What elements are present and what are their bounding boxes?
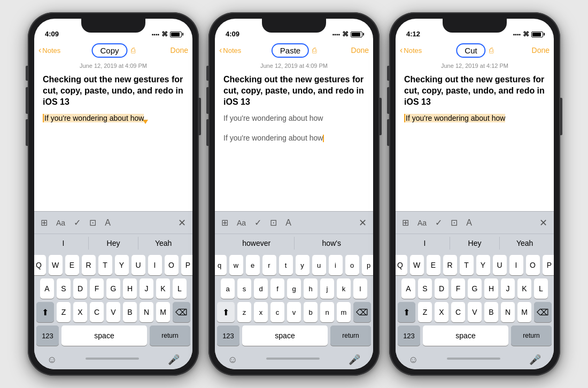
check-icon-3[interactable]: ✓ <box>435 218 442 228</box>
emoji-icon-1[interactable]: ☺ <box>47 354 57 366</box>
key-b[interactable]: b <box>304 302 318 322</box>
mic-icon-3[interactable]: 🎤 <box>529 354 541 366</box>
key-numbers-2[interactable]: 123 <box>217 325 239 346</box>
key-Z[interactable]: Z <box>57 302 71 322</box>
key-p[interactable]: p <box>362 255 374 275</box>
nav-back-2[interactable]: ‹ Notes <box>219 45 241 55</box>
table-icon-1[interactable]: ⊞ <box>41 218 48 228</box>
check-icon-1[interactable]: ✓ <box>74 218 81 228</box>
key-r[interactable]: r <box>262 255 276 275</box>
key-y[interactable]: y <box>296 255 310 275</box>
key-u[interactable]: u <box>312 255 326 275</box>
key-R[interactable]: R <box>82 255 96 275</box>
key-shift[interactable]: ⬆ <box>36 302 54 322</box>
paste-button[interactable]: Paste <box>272 43 309 58</box>
done-button-3[interactable]: Done <box>532 46 550 55</box>
key-B[interactable]: B <box>123 302 137 322</box>
key-H[interactable]: H <box>123 278 137 299</box>
key-shift3[interactable]: ⬆ <box>398 302 415 322</box>
key-a[interactable]: a <box>221 278 235 299</box>
suggestion-3-2[interactable]: Yeah <box>500 237 550 250</box>
key-M[interactable]: M <box>156 302 170 322</box>
key-space-2[interactable]: space <box>242 325 328 346</box>
key-space[interactable]: space <box>61 325 147 346</box>
key-Y3[interactable]: Y <box>476 255 490 275</box>
suggestion-3-1[interactable]: Hey <box>450 237 500 250</box>
camera-icon-3[interactable]: ⊡ <box>451 218 458 228</box>
table-icon-2[interactable]: ⊞ <box>221 218 228 228</box>
suggestion-1-2[interactable]: Yeah <box>138 237 188 250</box>
key-T[interactable]: T <box>98 255 112 275</box>
key-M3[interactable]: M <box>517 302 531 322</box>
key-h[interactable]: h <box>304 278 318 299</box>
close-icon-2[interactable]: ✕ <box>359 217 367 229</box>
key-m[interactable]: m <box>337 302 351 322</box>
key-P[interactable]: P <box>181 255 193 275</box>
key-D[interactable]: D <box>73 278 87 299</box>
key-e[interactable]: e <box>246 255 260 275</box>
key-B3[interactable]: B <box>484 302 498 322</box>
done-button-1[interactable]: Done <box>171 46 188 55</box>
key-f[interactable]: f <box>270 278 284 299</box>
key-U[interactable]: U <box>131 255 145 275</box>
camera-icon-1[interactable]: ⊡ <box>89 218 96 228</box>
key-G3[interactable]: G <box>468 278 482 299</box>
key-numbers-3[interactable]: 123 <box>398 325 420 346</box>
key-W[interactable]: W <box>49 255 63 275</box>
pen-icon-1[interactable]: A <box>105 218 111 228</box>
key-V3[interactable]: V <box>468 302 482 322</box>
camera-icon-2[interactable]: ⊡ <box>270 218 277 228</box>
key-Z3[interactable]: Z <box>418 302 432 322</box>
key-n[interactable]: n <box>320 302 334 322</box>
key-c[interactable]: c <box>270 302 284 322</box>
key-N[interactable]: N <box>140 302 153 322</box>
key-L3[interactable]: L <box>534 278 548 299</box>
mic-icon-2[interactable]: 🎤 <box>349 354 360 366</box>
key-return[interactable]: return <box>150 325 190 346</box>
key-R3[interactable]: R <box>443 255 457 275</box>
key-return-3[interactable]: return <box>511 325 552 346</box>
key-Y[interactable]: Y <box>115 255 129 275</box>
key-backspace[interactable]: ⌫ <box>173 302 190 322</box>
key-O[interactable]: O <box>165 255 179 275</box>
key-i[interactable]: i <box>329 255 343 275</box>
key-s[interactable]: s <box>237 278 251 299</box>
key-J3[interactable]: J <box>501 278 515 299</box>
format-icon-3[interactable]: Aa <box>417 219 427 227</box>
key-E[interactable]: E <box>65 255 79 275</box>
key-V[interactable]: V <box>106 302 120 322</box>
table-icon-3[interactable]: ⊞ <box>402 218 409 228</box>
key-N3[interactable]: N <box>501 302 515 322</box>
key-P3[interactable]: P <box>543 255 554 275</box>
pen-icon-3[interactable]: A <box>466 218 472 228</box>
key-A[interactable]: A <box>40 278 54 299</box>
close-icon-3[interactable]: ✕ <box>539 217 547 229</box>
key-return-2[interactable]: return <box>330 325 371 346</box>
share-icon-3[interactable]: ⎙ <box>489 46 493 55</box>
nav-back-1[interactable]: ‹ Notes <box>38 45 60 55</box>
key-S[interactable]: S <box>57 278 71 299</box>
copy-button-1[interactable]: Copy <box>91 43 127 58</box>
key-F[interactable]: F <box>90 278 104 299</box>
key-C[interactable]: C <box>90 302 104 322</box>
share-icon-1[interactable]: ⎙ <box>131 46 135 55</box>
key-q[interactable]: q <box>215 255 227 275</box>
key-Q3[interactable]: Q <box>396 255 407 275</box>
emoji-icon-2[interactable]: ☺ <box>228 354 237 366</box>
key-o[interactable]: o <box>345 255 359 275</box>
key-I[interactable]: I <box>148 255 162 275</box>
key-E3[interactable]: E <box>427 255 440 275</box>
close-icon-1[interactable]: ✕ <box>178 217 186 229</box>
key-D3[interactable]: D <box>435 278 448 299</box>
suggestion-1-0[interactable]: I <box>38 237 89 250</box>
key-w[interactable]: w <box>229 255 243 275</box>
key-A3[interactable]: A <box>401 278 415 299</box>
key-U3[interactable]: U <box>493 255 507 275</box>
key-L[interactable]: L <box>173 278 187 299</box>
check-icon-2[interactable]: ✓ <box>254 218 261 228</box>
key-S3[interactable]: S <box>418 278 432 299</box>
key-X3[interactable]: X <box>435 302 448 322</box>
key-numbers[interactable]: 123 <box>36 325 59 346</box>
key-H3[interactable]: H <box>484 278 498 299</box>
emoji-icon-3[interactable]: ☺ <box>408 354 418 366</box>
